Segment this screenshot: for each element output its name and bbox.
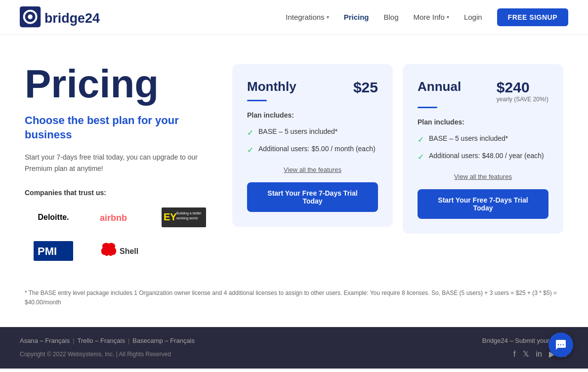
footer-basecamp[interactable]: Basecamp – Français xyxy=(132,337,195,344)
annual-trial-button[interactable]: Start Your Free 7-Days Trial Today xyxy=(418,189,548,219)
shell-logo: Shell xyxy=(90,238,147,264)
check-icon-3: ✓ xyxy=(418,134,424,145)
nav-login[interactable]: Login xyxy=(464,13,482,21)
deloitte-logo: Deloitte. xyxy=(25,210,82,225)
check-icon-4: ✓ xyxy=(418,152,424,163)
nav-blog[interactable]: Blog xyxy=(383,13,398,21)
chat-bubble[interactable] xyxy=(548,332,573,357)
companies-label: Companies that trust us: xyxy=(25,189,212,197)
check-icon-2: ✓ xyxy=(247,145,253,156)
nav-more-info[interactable]: More Info ▾ xyxy=(414,13,449,21)
twitter-icon[interactable]: 𝕏 xyxy=(523,349,529,359)
signup-button[interactable]: FREE SIGNUP xyxy=(497,8,568,26)
monthly-divider xyxy=(247,100,267,101)
footer-divider-2: | xyxy=(128,337,129,344)
svg-point-2 xyxy=(28,14,33,19)
footer-asana[interactable]: Asana – Français xyxy=(20,337,70,344)
company-logos: Deloitte. airbnb EY Building a better wo… xyxy=(25,205,212,264)
pmi-logo: PMI xyxy=(25,238,82,264)
footnote-text: * The BASE entry level package includes … xyxy=(25,289,563,307)
more-info-chevron-icon: ▾ xyxy=(447,14,449,20)
annual-divider xyxy=(418,107,437,108)
svg-text:working world: working world xyxy=(176,216,198,220)
footer-trello[interactable]: Trello – Français xyxy=(78,337,125,344)
airbnb-logo: airbnb xyxy=(90,207,147,228)
svg-text:EY: EY xyxy=(164,211,177,222)
nav-integrations[interactable]: Integrations ▾ xyxy=(286,13,329,21)
page-description: Start your 7-days free trial today, you … xyxy=(25,152,212,174)
footer-top: Asana – Français | Trello – Français | B… xyxy=(20,337,568,344)
main-content: Pricing Choose the best plan for your bu… xyxy=(10,35,578,284)
monthly-view-features[interactable]: View all the features xyxy=(247,166,378,173)
svg-text:airbnb: airbnb xyxy=(100,213,127,223)
integrations-chevron-icon: ▾ xyxy=(327,14,329,20)
page-subtitle: Choose the best plan for your business xyxy=(25,114,212,142)
footer-divider-1: | xyxy=(73,337,74,344)
header: bridge24 Integrations ▾ Pricing Blog Mor… xyxy=(0,0,588,35)
pricing-cards: Monthly $25 Plan includes: ✓ BASE – 5 us… xyxy=(232,64,563,234)
footer-bottom: Copyright © 2022 Websystems, Inc. | All … xyxy=(20,349,568,359)
ey-logo: EY Building a better working world xyxy=(155,205,212,230)
annual-card-header: Annual $240 yearly (SAVE 20%!) xyxy=(418,79,548,103)
left-section: Pricing Choose the best plan for your bu… xyxy=(25,64,212,264)
annual-features: ✓ BASE – 5 users included* ✓ Additional … xyxy=(418,134,548,163)
copyright-text: Copyright © 2022 Websystems, Inc. | All … xyxy=(20,351,171,358)
logo[interactable]: bridge24 xyxy=(20,5,105,29)
annual-plan-includes: Plan includes: xyxy=(418,118,548,126)
annual-title: Annual xyxy=(418,79,461,94)
linkedin-icon[interactable]: in xyxy=(536,350,542,359)
monthly-plan-includes: Plan includes: xyxy=(247,111,378,119)
monthly-trial-button[interactable]: Start Your Free 7-Days Trial Today xyxy=(247,182,378,212)
annual-plan-card: Annual $240 yearly (SAVE 20%!) Plan incl… xyxy=(403,64,563,234)
monthly-title: Monthly xyxy=(247,79,296,94)
page-title: Pricing xyxy=(25,64,212,104)
monthly-card-header: Monthly $25 xyxy=(247,79,378,96)
annual-feature-2: ✓ Additional users: $48.00 / year (each) xyxy=(418,151,548,163)
monthly-feature-2: ✓ Additional users: $5.00 / month (each) xyxy=(247,144,378,156)
svg-text:PMI: PMI xyxy=(38,245,57,257)
footer-links: Asana – Français | Trello – Français | B… xyxy=(20,337,195,344)
facebook-icon[interactable]: f xyxy=(513,350,515,359)
svg-text:bridge24: bridge24 xyxy=(44,10,100,25)
monthly-price: $25 xyxy=(353,79,378,96)
main-nav: Integrations ▾ Pricing Blog More Info ▾ … xyxy=(286,8,568,26)
annual-feature-1: ✓ BASE – 5 users included* xyxy=(418,134,548,145)
nav-pricing[interactable]: Pricing xyxy=(344,13,369,21)
annual-view-features[interactable]: View all the features xyxy=(418,173,548,180)
footer: Asana – Français | Trello – Français | B… xyxy=(0,327,588,369)
monthly-price-container: $25 xyxy=(353,79,378,96)
svg-text:Building a better: Building a better xyxy=(176,211,202,215)
annual-price-container: $240 yearly (SAVE 20%!) xyxy=(497,79,548,103)
annual-price-sub: yearly (SAVE 20%!) xyxy=(497,96,548,103)
footnote-section: * The BASE entry level package includes … xyxy=(10,284,578,327)
monthly-plan-card: Monthly $25 Plan includes: ✓ BASE – 5 us… xyxy=(232,64,393,227)
monthly-features: ✓ BASE – 5 users included* ✓ Additional … xyxy=(247,127,378,156)
check-icon-1: ✓ xyxy=(247,127,253,138)
annual-price: $240 xyxy=(497,79,548,96)
monthly-feature-1: ✓ BASE – 5 users included* xyxy=(247,127,378,138)
svg-text:Shell: Shell xyxy=(120,247,138,255)
